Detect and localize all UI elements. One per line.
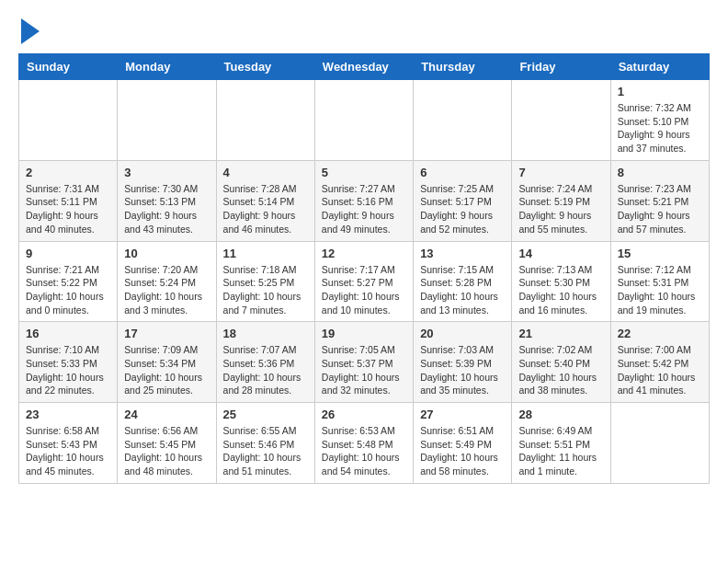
day-number: 22 <box>618 327 702 340</box>
calendar-cell: 3Sunrise: 7:30 AM Sunset: 5:13 PM Daylig… <box>118 160 216 241</box>
day-info: Sunrise: 6:56 AM Sunset: 5:45 PM Dayligh… <box>124 425 202 477</box>
day-number: 21 <box>518 327 603 340</box>
day-number: 12 <box>322 247 406 260</box>
day-number: 8 <box>618 166 702 179</box>
day-number: 28 <box>518 408 603 421</box>
day-number: 5 <box>322 166 406 179</box>
calendar-cell <box>414 80 512 161</box>
calendar-cell <box>19 80 118 161</box>
calendar-cell: 21Sunrise: 7:02 AM Sunset: 5:40 PM Dayli… <box>512 322 610 403</box>
day-info: Sunrise: 7:27 AM Sunset: 5:16 PM Dayligh… <box>322 183 395 235</box>
calendar-cell: 7Sunrise: 7:24 AM Sunset: 5:19 PM Daylig… <box>512 160 610 241</box>
day-info: Sunrise: 7:00 AM Sunset: 5:42 PM Dayligh… <box>618 344 696 396</box>
day-number: 15 <box>618 247 702 260</box>
calendar-cell <box>314 80 413 161</box>
day-number: 6 <box>420 166 505 179</box>
calendar-cell: 11Sunrise: 7:18 AM Sunset: 5:25 PM Dayli… <box>216 241 314 322</box>
day-number: 17 <box>124 327 209 340</box>
calendar-cell: 4Sunrise: 7:28 AM Sunset: 5:14 PM Daylig… <box>216 160 314 241</box>
calendar-cell <box>118 80 216 161</box>
calendar-cell: 19Sunrise: 7:05 AM Sunset: 5:37 PM Dayli… <box>314 322 413 403</box>
day-info: Sunrise: 6:53 AM Sunset: 5:48 PM Dayligh… <box>322 425 400 477</box>
day-info: Sunrise: 7:15 AM Sunset: 5:28 PM Dayligh… <box>420 264 498 316</box>
day-number: 9 <box>26 247 110 260</box>
day-info: Sunrise: 7:05 AM Sunset: 5:37 PM Dayligh… <box>322 344 400 396</box>
calendar-cell: 16Sunrise: 7:10 AM Sunset: 5:33 PM Dayli… <box>19 322 118 403</box>
calendar-table: SundayMondayTuesdayWednesdayThursdayFrid… <box>18 53 710 484</box>
day-number: 7 <box>518 166 603 179</box>
day-number: 20 <box>420 327 505 340</box>
logo-block <box>18 18 40 44</box>
weekday-tuesday: Tuesday <box>216 54 314 80</box>
weekday-friday: Friday <box>512 54 610 80</box>
weekday-wednesday: Wednesday <box>314 54 413 80</box>
weekday-monday: Monday <box>118 54 216 80</box>
day-number: 24 <box>124 408 209 421</box>
calendar-cell: 1Sunrise: 7:32 AM Sunset: 5:10 PM Daylig… <box>610 80 709 161</box>
day-info: Sunrise: 7:32 AM Sunset: 5:10 PM Dayligh… <box>618 102 691 154</box>
calendar-cell: 9Sunrise: 7:21 AM Sunset: 5:22 PM Daylig… <box>19 241 118 322</box>
day-number: 26 <box>322 408 406 421</box>
day-number: 16 <box>26 327 110 340</box>
day-info: Sunrise: 7:31 AM Sunset: 5:11 PM Dayligh… <box>26 183 99 235</box>
calendar-header: SundayMondayTuesdayWednesdayThursdayFrid… <box>19 54 710 80</box>
day-number: 23 <box>26 408 110 421</box>
day-info: Sunrise: 6:51 AM Sunset: 5:49 PM Dayligh… <box>420 425 498 477</box>
weekday-header-row: SundayMondayTuesdayWednesdayThursdayFrid… <box>19 54 710 80</box>
calendar-cell: 17Sunrise: 7:09 AM Sunset: 5:34 PM Dayli… <box>118 322 216 403</box>
calendar-cell <box>610 403 709 484</box>
day-info: Sunrise: 7:21 AM Sunset: 5:22 PM Dayligh… <box>26 264 104 316</box>
calendar-week-1: 1Sunrise: 7:32 AM Sunset: 5:10 PM Daylig… <box>19 80 710 161</box>
calendar-cell: 5Sunrise: 7:27 AM Sunset: 5:16 PM Daylig… <box>314 160 413 241</box>
calendar-cell: 22Sunrise: 7:00 AM Sunset: 5:42 PM Dayli… <box>610 322 709 403</box>
calendar-cell <box>216 80 314 161</box>
calendar-cell: 15Sunrise: 7:12 AM Sunset: 5:31 PM Dayli… <box>610 241 709 322</box>
calendar-body: 1Sunrise: 7:32 AM Sunset: 5:10 PM Daylig… <box>19 80 710 484</box>
day-number: 19 <box>322 327 406 340</box>
day-number: 14 <box>518 247 603 260</box>
day-info: Sunrise: 7:10 AM Sunset: 5:33 PM Dayligh… <box>26 344 104 396</box>
day-number: 13 <box>420 247 505 260</box>
day-number: 11 <box>223 247 308 260</box>
calendar-cell: 12Sunrise: 7:17 AM Sunset: 5:27 PM Dayli… <box>314 241 413 322</box>
day-info: Sunrise: 7:28 AM Sunset: 5:14 PM Dayligh… <box>223 183 297 235</box>
day-number: 18 <box>223 327 308 340</box>
day-info: Sunrise: 7:07 AM Sunset: 5:36 PM Dayligh… <box>223 344 301 396</box>
weekday-sunday: Sunday <box>19 54 118 80</box>
day-info: Sunrise: 7:02 AM Sunset: 5:40 PM Dayligh… <box>518 344 597 396</box>
day-info: Sunrise: 7:09 AM Sunset: 5:34 PM Dayligh… <box>124 344 202 396</box>
calendar-cell: 10Sunrise: 7:20 AM Sunset: 5:24 PM Dayli… <box>118 241 216 322</box>
day-number: 2 <box>26 166 110 179</box>
day-number: 4 <box>223 166 308 179</box>
day-number: 1 <box>618 85 702 98</box>
day-info: Sunrise: 7:13 AM Sunset: 5:30 PM Dayligh… <box>518 264 597 316</box>
calendar-cell: 23Sunrise: 6:58 AM Sunset: 5:43 PM Dayli… <box>19 403 118 484</box>
day-info: Sunrise: 7:25 AM Sunset: 5:17 PM Dayligh… <box>420 183 494 235</box>
calendar-cell: 13Sunrise: 7:15 AM Sunset: 5:28 PM Dayli… <box>414 241 512 322</box>
day-info: Sunrise: 7:18 AM Sunset: 5:25 PM Dayligh… <box>223 264 301 316</box>
day-info: Sunrise: 7:20 AM Sunset: 5:24 PM Dayligh… <box>124 264 202 316</box>
day-info: Sunrise: 6:58 AM Sunset: 5:43 PM Dayligh… <box>26 425 104 477</box>
day-info: Sunrise: 7:24 AM Sunset: 5:19 PM Dayligh… <box>518 183 592 235</box>
day-info: Sunrise: 7:23 AM Sunset: 5:21 PM Dayligh… <box>618 183 691 235</box>
calendar-cell: 26Sunrise: 6:53 AM Sunset: 5:48 PM Dayli… <box>314 403 413 484</box>
calendar-week-3: 9Sunrise: 7:21 AM Sunset: 5:22 PM Daylig… <box>19 241 710 322</box>
calendar-week-2: 2Sunrise: 7:31 AM Sunset: 5:11 PM Daylig… <box>19 160 710 241</box>
weekday-thursday: Thursday <box>414 54 512 80</box>
calendar-cell: 28Sunrise: 6:49 AM Sunset: 5:51 PM Dayli… <box>512 403 610 484</box>
logo <box>18 18 40 44</box>
day-info: Sunrise: 7:30 AM Sunset: 5:13 PM Dayligh… <box>124 183 198 235</box>
day-info: Sunrise: 7:17 AM Sunset: 5:27 PM Dayligh… <box>322 264 400 316</box>
calendar-cell: 20Sunrise: 7:03 AM Sunset: 5:39 PM Dayli… <box>414 322 512 403</box>
calendar-cell: 18Sunrise: 7:07 AM Sunset: 5:36 PM Dayli… <box>216 322 314 403</box>
calendar-cell: 25Sunrise: 6:55 AM Sunset: 5:46 PM Dayli… <box>216 403 314 484</box>
calendar-cell: 27Sunrise: 6:51 AM Sunset: 5:49 PM Dayli… <box>414 403 512 484</box>
day-number: 10 <box>124 247 209 260</box>
calendar-cell: 2Sunrise: 7:31 AM Sunset: 5:11 PM Daylig… <box>19 160 118 241</box>
logo-arrow-icon <box>21 18 40 44</box>
calendar-week-5: 23Sunrise: 6:58 AM Sunset: 5:43 PM Dayli… <box>19 403 710 484</box>
day-info: Sunrise: 6:55 AM Sunset: 5:46 PM Dayligh… <box>223 425 301 477</box>
page-header <box>18 18 710 44</box>
calendar-cell: 24Sunrise: 6:56 AM Sunset: 5:45 PM Dayli… <box>118 403 216 484</box>
day-info: Sunrise: 7:03 AM Sunset: 5:39 PM Dayligh… <box>420 344 498 396</box>
